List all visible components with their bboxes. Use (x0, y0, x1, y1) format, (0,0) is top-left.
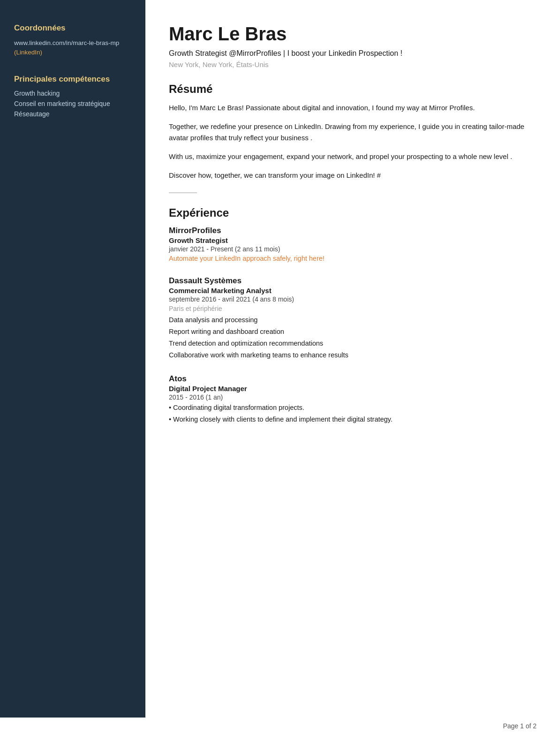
skill-1: Growth hacking (14, 90, 131, 97)
competences-heading: Principales compétences (14, 75, 131, 84)
person-name: Marc Le Bras (169, 23, 537, 45)
main-content: Marc Le Bras Growth Strategist @MirrorPr… (145, 0, 560, 718)
resume-para-1: Hello, I'm Marc Le Bras! Passionate abou… (169, 102, 537, 113)
page-footer: Page 1 of 2 (0, 718, 560, 733)
resume-para-3: With us, maximize your engagement, expan… (169, 151, 537, 162)
dassault-bullet-4: Collaborative work with marketing teams … (169, 350, 537, 361)
linkedin-label: (LinkedIn) (14, 49, 42, 56)
role-atos: Digital Project Manager (169, 385, 537, 393)
company-atos: Atos (169, 374, 537, 384)
dates-atos: 2015 - 2016 (1 an) (169, 393, 537, 401)
dassault-bullet-3: Trend detection and optimization recomme… (169, 339, 537, 349)
experience-heading: Expérience (169, 206, 537, 219)
dassault-bullet-2: Report writing and dashboard creation (169, 327, 537, 337)
resume-heading: Résumé (169, 83, 537, 96)
atos-bullet-2: • Working closely with clients to define… (169, 415, 537, 425)
company-dassault: Dassault Systèmes (169, 276, 537, 286)
linkedin-link[interactable]: www.linkedin.com/in/marc-le-bras-mp (Lin… (14, 38, 131, 58)
competences-section: Principales compétences Growth hacking C… (14, 75, 131, 118)
page-indicator: Page 1 of 2 (503, 722, 537, 730)
role-mirrorprofiles: Growth Strategist (169, 236, 537, 244)
person-location: New York, New York, États-Unis (169, 60, 537, 68)
dates-dassault: septembre 2016 - avril 2021 (4 ans 8 moi… (169, 295, 537, 303)
resume-para-2: Together, we redefine your presence on L… (169, 121, 537, 144)
company-mirrorprofiles: MirrorProfiles (169, 226, 537, 235)
atos-bullet-1: • Coordinating digital transformation pr… (169, 403, 537, 413)
skill-2: Conseil en marketing stratégique (14, 100, 131, 107)
section-divider (169, 192, 197, 193)
linkedin-url: www.linkedin.com/in/marc-le-bras-mp (14, 39, 119, 46)
person-title: Growth Strategist @MirrorProfiles | I bo… (169, 48, 537, 59)
experience-mirrorprofiles: MirrorProfiles Growth Strategist janvier… (169, 226, 537, 262)
desc-mirrorprofiles: Automate your LinkedIn approach safely, … (169, 255, 537, 262)
dassault-bullet-1: Data analysis and processing (169, 315, 537, 325)
experience-atos: Atos Digital Project Manager 2015 - 2016… (169, 374, 537, 425)
role-dassault: Commercial Marketing Analyst (169, 287, 537, 295)
coordonnees-heading: Coordonnées (14, 23, 131, 33)
resume-para-4: Discover how, together, we can transform… (169, 170, 537, 181)
dates-mirrorprofiles: janvier 2021 - Present (2 ans 11 mois) (169, 245, 537, 253)
sidebar: Coordonnées www.linkedin.com/in/marc-le-… (0, 0, 145, 718)
skill-3: Réseautage (14, 110, 131, 118)
location-dassault: Paris et périphérie (169, 305, 537, 312)
experience-dassault: Dassault Systèmes Commercial Marketing A… (169, 276, 537, 360)
